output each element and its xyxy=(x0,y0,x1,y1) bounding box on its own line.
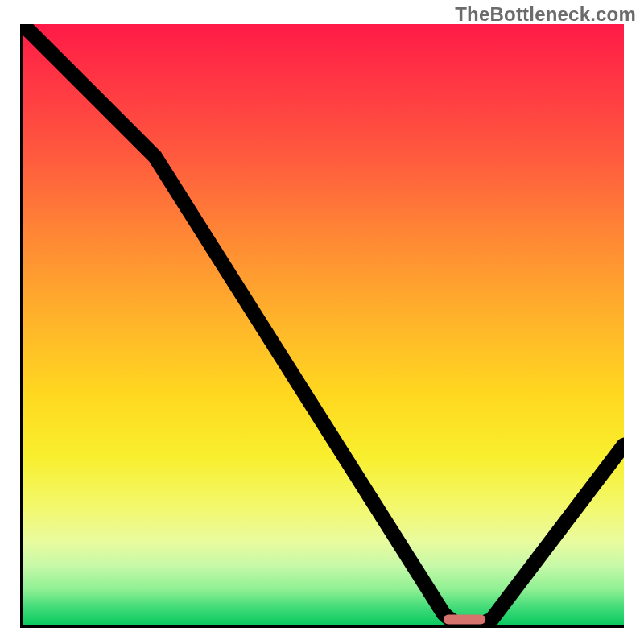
curve-layer xyxy=(23,24,624,625)
plot-area xyxy=(20,24,624,628)
chart-frame: TheBottleneck.com xyxy=(0,0,644,644)
optimal-marker xyxy=(444,615,485,625)
bottleneck-curve xyxy=(23,24,624,625)
watermark-text: TheBottleneck.com xyxy=(455,3,636,26)
